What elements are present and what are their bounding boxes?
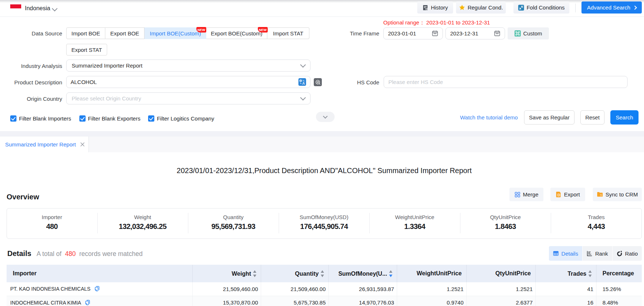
svg-text:A: A [302, 81, 305, 85]
